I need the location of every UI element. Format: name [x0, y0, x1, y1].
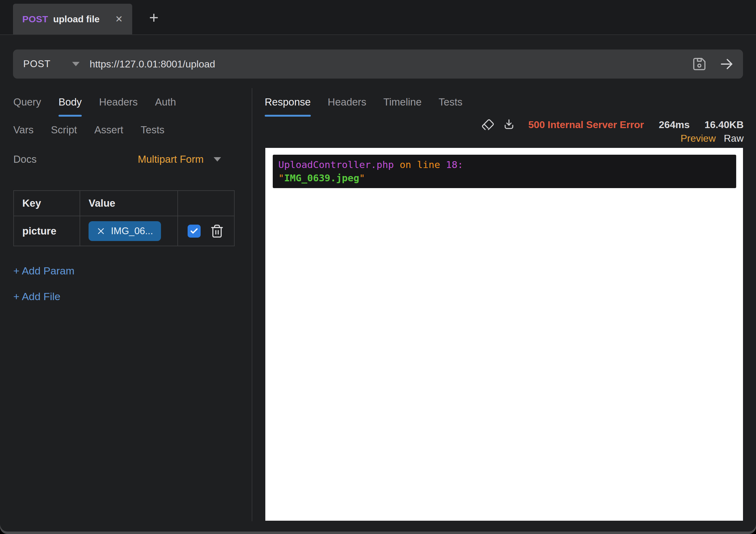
tab-response[interactable]: Response: [265, 95, 311, 109]
column-header-actions: [178, 191, 234, 216]
tab-auth[interactable]: Auth: [155, 95, 176, 109]
tab-response-tests[interactable]: Tests: [439, 95, 463, 109]
param-value-cell: IMG_06...: [80, 216, 177, 246]
file-chip-label: IMG_06...: [111, 225, 153, 237]
tab-timeline[interactable]: Timeline: [383, 95, 421, 109]
tab-vars[interactable]: Vars: [13, 123, 34, 137]
panel-divider[interactable]: [252, 88, 252, 521]
param-key-cell[interactable]: picture: [14, 216, 80, 246]
add-param-button[interactable]: + Add Param: [13, 265, 75, 277]
body-type-value: Multipart Form: [138, 153, 204, 165]
docs-label[interactable]: Docs: [13, 152, 37, 166]
check-icon: [190, 227, 199, 236]
tab-tests[interactable]: Tests: [141, 123, 164, 137]
dump-middle: on line: [394, 159, 446, 170]
tab-headers[interactable]: Headers: [99, 95, 138, 109]
response-size: 16.40KB: [705, 119, 743, 131]
open-quote: ": [278, 172, 284, 184]
tab-body[interactable]: Body: [59, 95, 82, 109]
tab-assert[interactable]: Assert: [94, 123, 123, 137]
view-mode-toggle: Preview Raw: [681, 131, 743, 145]
response-duration: 264ms: [659, 119, 690, 131]
url-bar: POST https://127.0.01:8001/upload: [13, 49, 743, 79]
send-button[interactable]: [717, 55, 736, 73]
method-selector[interactable]: POST: [23, 59, 50, 70]
status-badge: 500 Internal Server Error: [528, 119, 644, 131]
add-file-button[interactable]: + Add File: [13, 291, 60, 303]
tab-query[interactable]: Query: [13, 95, 41, 109]
new-tab-button[interactable]: +: [143, 7, 165, 29]
column-header-value: Value: [80, 191, 177, 216]
chevron-down-icon[interactable]: [72, 62, 80, 66]
trash-icon[interactable]: [210, 224, 224, 238]
php-dump-console: UploadController.php on line 18: "IMG_06…: [273, 155, 736, 188]
dump-location-line: UploadController.php on line 18:: [278, 158, 731, 171]
request-tab[interactable]: POST upload file ✕: [13, 4, 132, 34]
dump-file: UploadController.php: [278, 159, 394, 170]
table-row: picture IMG_06...: [14, 216, 234, 246]
send-arrow-icon: [719, 56, 734, 72]
tab-bar: POST upload file ✕ +: [0, 0, 756, 35]
enabled-checkbox[interactable]: [188, 225, 201, 238]
tab-response-headers[interactable]: Headers: [328, 95, 366, 109]
file-chip[interactable]: IMG_06...: [89, 221, 161, 241]
dump-line-ref: 18:: [446, 159, 463, 170]
preview-toggle[interactable]: Preview: [681, 133, 716, 144]
url-input[interactable]: https://127.0.01:8001/upload: [90, 59, 690, 70]
save-button[interactable]: [690, 55, 708, 73]
tab-script[interactable]: Script: [51, 123, 77, 137]
app-window: POST upload file ✕ + POST https://127.0.…: [0, 0, 756, 534]
request-tabs-row2: Vars Script Assert Tests: [13, 123, 164, 137]
response-preview-pane: UploadController.php on line 18: "IMG_06…: [265, 148, 743, 521]
request-tab-method: POST: [22, 14, 48, 24]
column-header-key: Key: [14, 191, 80, 216]
body-type-selector[interactable]: Multipart Form: [138, 152, 221, 166]
table-header-row: Key Value: [14, 191, 234, 216]
close-tab-icon[interactable]: ✕: [115, 13, 123, 24]
remove-file-icon[interactable]: [96, 227, 105, 236]
chevron-down-icon: [214, 157, 221, 162]
multipart-form-table: Key Value picture IMG_06...: [13, 190, 235, 246]
save-icon: [692, 57, 707, 71]
raw-toggle[interactable]: Raw: [724, 133, 743, 144]
response-status-row: 500 Internal Server Error 264ms 16.40KB: [481, 117, 743, 132]
dump-value: IMG_0639.jpeg: [284, 172, 360, 184]
param-actions-cell: [178, 216, 234, 246]
download-response-icon[interactable]: [502, 118, 515, 131]
request-tabs-row1: Query Body Headers Auth: [13, 95, 176, 109]
request-tab-title: upload file: [53, 14, 100, 24]
close-quote: ": [359, 172, 365, 184]
response-tabs-row: Response Headers Timeline Tests: [265, 95, 463, 109]
dump-value-line: "IMG_0639.jpeg": [278, 171, 731, 185]
clear-response-icon[interactable]: [481, 118, 495, 131]
